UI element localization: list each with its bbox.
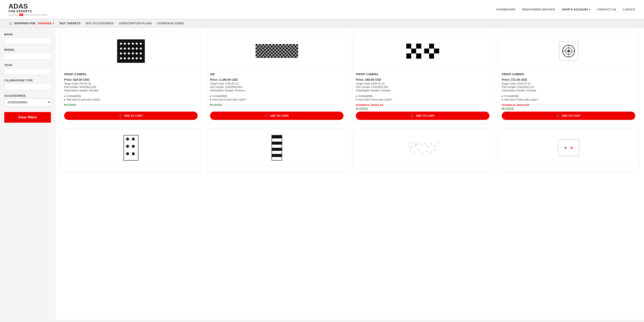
product-card-p8 [498, 129, 639, 173]
add-to-cart-label: ADD TO CART [270, 114, 289, 117]
nav-logout[interactable]: LOGOUT [623, 8, 636, 11]
svg-point-27 [422, 153, 423, 154]
svg-point-11 [410, 143, 410, 144]
svg-point-21 [431, 144, 432, 144]
products-grid-row1: FRONT CAMERA Price: 624.00 USD Target Co… [60, 32, 639, 124]
svg-rect-5 [256, 44, 298, 58]
shopping-for-dropdown-icon[interactable]: ▾ [52, 22, 54, 25]
subnav-coverage-guide[interactable]: COVERAGE GUIDE [157, 22, 184, 25]
compatibility-link[interactable]: Compatibility [210, 94, 344, 98]
product-card-p4: FRONT CAMERA Price: 371.00 USD Target Co… [498, 32, 639, 124]
compatibility-link[interactable]: Compatibility [64, 94, 198, 98]
header-nav: DASHBOARD REGISTERED DEVICES SHOP'S ACCO… [496, 8, 636, 11]
shopping-for: 🛒 SHOPPING FOR: YAAFS024 ▾ [8, 21, 54, 25]
plan-link[interactable]: How does it work with a plan? [356, 98, 490, 101]
add-to-cart-button-p1[interactable]: 🛒 ADD TO CART [64, 112, 198, 120]
logo: ADAS FOR EXPERTS powered by ISS IDEAL SH… [8, 3, 47, 16]
included-kit-label: Included in: Deluxe Kit [356, 104, 490, 106]
nav-shops-account[interactable]: SHOP'S ACCOUNT [562, 8, 590, 11]
svg-point-17 [418, 143, 419, 144]
logo-title: ADAS [8, 3, 47, 10]
two-dots-image [558, 139, 579, 156]
svg-point-20 [428, 146, 428, 147]
product-links: Compatibility How does it work with a pl… [64, 94, 198, 102]
products-grid-row2 [60, 129, 639, 173]
add-to-cart-label: ADD TO CART [562, 114, 580, 117]
add-to-cart-button-p2[interactable]: 🛒 ADD TO CART [210, 112, 344, 120]
svg-point-30 [435, 150, 436, 150]
product-image-p2 [210, 36, 344, 70]
header: ADAS FOR EXPERTS powered by ISS IDEAL SH… [0, 0, 644, 19]
logo-badge: ISS [20, 14, 24, 16]
product-category: FRONT CAMERA [502, 72, 635, 76]
subnav-subscription-plans[interactable]: SUBSCRIPTION PLANS [119, 22, 152, 25]
cart-icon: 🛒 [556, 114, 560, 117]
filter-make-label: MAKE [4, 33, 51, 36]
product-price: Price: 2,199.00 USD [210, 78, 344, 81]
filter-calibration-label: CALIBRATION TYPE [4, 79, 51, 82]
product-image-p7 [356, 132, 490, 166]
product-image-p5 [64, 132, 198, 166]
accessories-select[interactable]: ACCESSORIES [4, 98, 51, 106]
filter-year-label: YEAR [4, 64, 51, 67]
product-part-number: Part number: EAK0362L28A [356, 86, 490, 88]
product-price: Price: 624.00 USD [64, 78, 198, 81]
cart-icon: 🛒 [265, 114, 268, 117]
svg-point-19 [424, 143, 425, 144]
year-input[interactable] [4, 68, 51, 75]
scattered-dots-image [406, 139, 440, 156]
shopping-for-value[interactable]: YAAFS024 [38, 22, 51, 25]
filter-make: MAKE [4, 33, 51, 44]
svg-point-23 [437, 142, 438, 143]
stock-status: IN STOCK [502, 107, 635, 110]
plan-link[interactable]: How does it work with a plan? [64, 98, 198, 101]
stripe-image [272, 135, 282, 160]
svg-point-22 [434, 145, 435, 146]
product-links: Compatibility How does it work with a pl… [502, 94, 635, 102]
cart-icon: 🛒 [410, 114, 414, 117]
filter-model-label: MODEL [4, 48, 51, 51]
svg-point-28 [426, 150, 428, 152]
add-to-cart-button-p3[interactable]: 🛒 ADD TO CART [356, 112, 490, 120]
clear-filters-button[interactable]: Clear filters [4, 112, 51, 123]
compatibility-link[interactable]: Compatibility [502, 94, 635, 98]
svg-point-24 [410, 150, 411, 152]
sub-nav: 🛒 SHOPPING FOR: YAAFS024 ▾ BUY TARGETS B… [0, 19, 644, 28]
product-links: Compatibility How does it work with a pl… [356, 94, 490, 102]
calibration-type-input[interactable] [4, 83, 51, 90]
nav-contact-us[interactable]: CONTACT US [597, 8, 616, 11]
filter-calibration-type: CALIBRATION TYPE [4, 79, 51, 90]
product-target-code: Target Code: HON-FC-02 [502, 82, 635, 85]
stock-status: IN STOCK [64, 104, 198, 106]
filter-accessories: ACCESSORIES ACCESSORIES [4, 94, 51, 106]
product-category: FRONT CAMERA [64, 72, 198, 76]
add-to-cart-button-p4[interactable]: 🛒 ADD TO CART [502, 112, 635, 120]
stock-status: IN STOCK [356, 107, 490, 110]
honda-checker-image [406, 44, 439, 59]
product-image-p4 [502, 36, 635, 70]
nav-dashboard[interactable]: DASHBOARD [496, 8, 515, 11]
product-part-number: Part number: EAK0362L11A [502, 86, 635, 88]
nav-registered-devices[interactable]: REGISTERED DEVICES [522, 8, 555, 11]
plan-link[interactable]: How does it work with a plan? [210, 98, 344, 101]
product-target-code: Target Code: FIA-FC-01 [64, 82, 198, 85]
product-price: Price: 269.00 USD [356, 78, 490, 81]
svg-point-26 [418, 150, 419, 150]
make-input[interactable] [4, 37, 51, 44]
sub-nav-links: BUY TARGETS BUY ACCESSORIES SUBSCRIPTION… [60, 22, 184, 25]
subnav-buy-targets[interactable]: BUY TARGETS [60, 22, 80, 25]
subnav-buy-accessories[interactable]: BUY ACCESSORIES [86, 22, 114, 25]
dot-right [571, 147, 572, 149]
products-area: FRONT CAMERA Price: 624.00 USD Target Co… [55, 28, 644, 320]
product-subscription: Subscription needed: Premium [210, 89, 344, 92]
product-card-p5 [60, 129, 201, 173]
product-target-code: Target Code: HON-FC-01 [356, 82, 490, 85]
product-target-code: Target Code: FOR-SC-01 [210, 82, 344, 85]
product-image-p6 [210, 132, 344, 166]
product-image-p3 [356, 36, 490, 70]
compatibility-link[interactable]: Compatibility [356, 94, 490, 98]
plan-link[interactable]: How does it work with a plan? [502, 98, 635, 101]
logo-sub: FOR EXPERTS [8, 10, 47, 13]
model-input[interactable] [4, 52, 51, 60]
product-card-p7 [352, 129, 493, 173]
